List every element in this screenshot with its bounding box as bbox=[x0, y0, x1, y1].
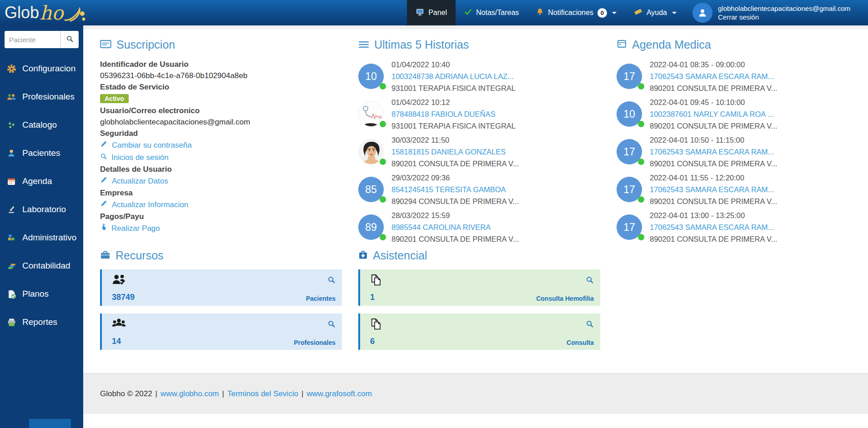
patient-link[interactable]: 158181815 DANIELA GONZALES bbox=[391, 146, 519, 158]
pencil-icon bbox=[100, 199, 108, 211]
tab-notas-tareas[interactable]: Notas/Tareas bbox=[456, 0, 527, 25]
email-label: Usuario/Correo electronico bbox=[100, 105, 342, 116]
status-dot bbox=[638, 159, 644, 165]
chevron-down-icon bbox=[612, 12, 617, 14]
copyright-text: Globho © 2022 bbox=[100, 389, 152, 398]
tab-notificaciones[interactable]: Notificaciones 0 bbox=[527, 0, 625, 25]
globho-site-link[interactable]: www.globho.com bbox=[161, 389, 219, 398]
sidebar-item-label: Profesionales bbox=[22, 92, 75, 102]
sidebar-item-reportes[interactable]: Reportes bbox=[0, 308, 83, 336]
check-icon bbox=[464, 8, 472, 18]
history-item: 89 28/03/2022 15:59 8985544 CAROLINA RIV… bbox=[358, 209, 600, 245]
histories-panel: Ultimas 5 Historias 10 01/04/2022 10:40 … bbox=[358, 38, 600, 247]
sidebar-item-configuracion[interactable]: Configuracion bbox=[0, 55, 83, 83]
calendar-outline-icon bbox=[617, 38, 627, 51]
patient-link[interactable]: 8541245415 TERESITA GAMBOA bbox=[391, 184, 519, 195]
subscription-panel: Suscripcion Identificador de Usuario 053… bbox=[100, 38, 342, 247]
history-date: 29/03/2022 09:36 bbox=[391, 172, 519, 184]
agenda-item: 17 2022-04-01 08:35 - 09:00:00 17062543 … bbox=[617, 59, 866, 94]
pencil-icon bbox=[100, 175, 108, 187]
documents-icon bbox=[370, 318, 382, 333]
footer-separator: | bbox=[301, 389, 303, 398]
patient-link[interactable]: 17062543 SAMARA ESCARA RAM... bbox=[650, 146, 777, 158]
sidebar-collapse-button[interactable] bbox=[29, 419, 71, 428]
agenda-time: 2022-04-01 09:45 - 10:10:00 bbox=[650, 96, 777, 108]
agenda-time: 2022-04-01 10:50 - 11:15:00 bbox=[650, 134, 777, 146]
top-navbar: Globho Panel Notas/Tareas Notificaciones… bbox=[0, 0, 868, 25]
patients-card-label: Pacientes bbox=[306, 295, 336, 302]
history-date: 28/03/2022 15:59 bbox=[391, 209, 519, 221]
terms-link[interactable]: Terminos del Sevicio bbox=[227, 389, 298, 398]
sidebar-item-laboratorio[interactable]: Laboratorio bbox=[0, 195, 83, 224]
search-icon bbox=[66, 35, 74, 45]
search-icon[interactable] bbox=[586, 320, 594, 330]
change-password-link[interactable]: Cambiar su contraseña bbox=[100, 139, 342, 151]
search-icon[interactable] bbox=[586, 276, 594, 286]
professionals-stat-card[interactable]: 14 Profesionales bbox=[100, 314, 342, 350]
user-avatar-icon bbox=[692, 3, 712, 23]
grafosoft-link[interactable]: www.grafosoft.com bbox=[306, 389, 372, 398]
service-text: 890201 CONSULTA DE PRIMERA V... bbox=[391, 233, 519, 245]
service-text: 890201 CONSULTA DE PRIMERA V... bbox=[650, 158, 777, 169]
agenda-item: 17 2022-04-01 10:50 - 11:15:00 17062543 … bbox=[617, 134, 866, 169]
blocks-icon bbox=[6, 233, 16, 242]
logout-link[interactable]: Cerrar sesión bbox=[718, 13, 868, 21]
sidebar-item-contabilidad[interactable]: Contabilidad bbox=[0, 252, 83, 280]
gear-icon bbox=[6, 64, 16, 74]
patient-link[interactable]: 1002387601 NARLY CAMILA ROA ... bbox=[650, 108, 777, 120]
patient-link[interactable]: 878488418 FABIOLA DUEÑAS bbox=[391, 108, 516, 120]
make-payment-link[interactable]: Realizar Pago bbox=[100, 222, 342, 234]
monitor-icon bbox=[416, 8, 424, 18]
notifications-count-badge: 0 bbox=[597, 8, 607, 18]
sidebar-item-administrativo[interactable]: Administrativo bbox=[0, 224, 83, 252]
sidebar-item-catalogo[interactable]: Catalogo bbox=[0, 111, 83, 139]
patient-link[interactable]: 1003248738 ADRIANA LUCIA LAZ... bbox=[391, 70, 516, 82]
documents-icon bbox=[370, 274, 382, 289]
history-item: 10 01/04/2022 10:40 1003248738 ADRIANA L… bbox=[358, 59, 600, 94]
user-menu[interactable]: globholabclientecapacitaciones@gmail.com… bbox=[685, 0, 868, 25]
update-info-link[interactable]: Actualizar Informacion bbox=[100, 199, 342, 211]
sidebar-item-agenda[interactable]: Agenda bbox=[0, 167, 83, 195]
sidebar-item-planos[interactable]: Planos bbox=[0, 280, 83, 308]
search-button[interactable] bbox=[60, 31, 79, 48]
calendar-icon bbox=[6, 177, 16, 186]
sidebar-item-pacientes[interactable]: Pacientes bbox=[0, 139, 83, 167]
tab-ayuda[interactable]: Ayuda bbox=[625, 0, 685, 25]
sidebar-item-label: Laboratorio bbox=[22, 204, 66, 214]
patient-link[interactable]: 17062543 SAMARA ESCARA RAM... bbox=[650, 184, 777, 195]
update-data-link[interactable]: Actualizar Datos bbox=[100, 175, 342, 187]
patient-link[interactable]: 17062543 SAMARA ESCARA RAM... bbox=[650, 221, 777, 233]
agenda-item: 10 2022-04-01 09:45 - 10:10:00 100238760… bbox=[617, 96, 866, 132]
user-email: globholabclientecapacitaciones@gmail.com bbox=[718, 4, 868, 13]
logins-link[interactable]: Inicios de sesión bbox=[100, 151, 342, 164]
search-icon[interactable] bbox=[327, 320, 336, 330]
security-label: Seguridad bbox=[100, 128, 342, 139]
history-item: 85 29/03/2022 09:36 8541245415 TERESITA … bbox=[358, 172, 600, 207]
search-input[interactable] bbox=[5, 31, 60, 48]
sidebar-item-label: Planos bbox=[22, 289, 49, 299]
consulta-card[interactable]: 6 Consulta bbox=[358, 314, 600, 350]
patients-stat-card[interactable]: 38749 Pacientes bbox=[100, 269, 342, 306]
consulta-hemofilia-label: Consulta Hemofilia bbox=[536, 295, 594, 302]
globho-logo[interactable]: Globho bbox=[0, 0, 105, 25]
service-text: 890294 CONSULTA DE PRIMERA V... bbox=[391, 195, 519, 207]
tab-panel[interactable]: Panel bbox=[407, 0, 456, 25]
sidebar-item-profesionales[interactable]: Profesionales bbox=[0, 83, 83, 111]
professionals-card-label: Profesionales bbox=[294, 339, 336, 346]
service-status-label: Estado de Servicio bbox=[100, 81, 342, 93]
history-date: 01/04/2022 10:12 bbox=[391, 96, 516, 108]
footer-separator: | bbox=[222, 389, 224, 398]
resources-panel: Recursos 38749 Pacientes bbox=[100, 249, 342, 358]
footer: Globho © 2022 | www.globho.com | Termino… bbox=[83, 373, 868, 414]
patient-link[interactable]: 17062543 SAMARA ESCARA RAM... bbox=[650, 70, 777, 82]
patient-icon bbox=[6, 149, 16, 158]
tab-panel-label: Panel bbox=[428, 9, 447, 17]
consulta-hemofilia-card[interactable]: 1 Consulta Hemofilia bbox=[358, 269, 600, 306]
user-id-value: 05396231-06bb-4c1e-a768-0b102904a8eb bbox=[100, 70, 342, 81]
search-icon[interactable] bbox=[327, 276, 336, 286]
status-dot bbox=[380, 121, 386, 127]
tab-ayuda-label: Ayuda bbox=[647, 9, 667, 17]
patient-search-box bbox=[5, 31, 79, 48]
patient-link[interactable]: 8985544 CAROLINA RIVERA bbox=[391, 221, 519, 233]
agenda-time: 2022-04-01 13:00 - 13:25:00 bbox=[650, 209, 777, 221]
